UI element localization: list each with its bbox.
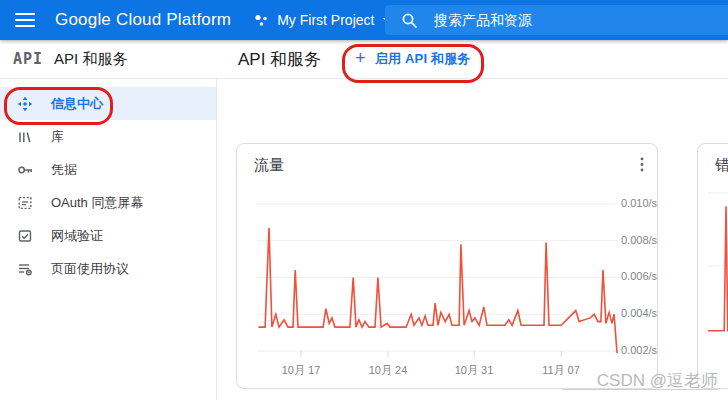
hamburger-menu-icon[interactable]: [15, 13, 35, 27]
page-usage-agreements-icon: [16, 260, 34, 278]
enable-api-button-label: 启用 API 和服务: [375, 50, 471, 68]
page-title: API 和服务: [238, 48, 321, 71]
errors-card: 错: [697, 143, 728, 389]
enable-api-button[interactable]: + 启用 API 和服务: [355, 40, 471, 78]
x-axis-tick: 11月 07: [531, 363, 591, 378]
sidebar-item-label: 凭据: [51, 161, 77, 179]
project-selector[interactable]: My First Project: [253, 12, 393, 28]
sidebar-item-label: 网域验证: [51, 227, 103, 245]
domain-verification-icon: [16, 227, 34, 245]
sidebar-section-title: API 和服务: [54, 50, 127, 69]
traffic-card-title: 流量: [254, 156, 284, 175]
x-axis-tick: 10月 24: [358, 363, 418, 378]
x-axis-tick: 10月 31: [444, 363, 504, 378]
project-icon: [253, 12, 269, 28]
y-axis-tick: 0.002/s: [621, 344, 661, 356]
api-logo: API: [13, 50, 43, 68]
sidebar-item-oauth-consent[interactable]: OAuth 同意屏幕: [0, 186, 216, 219]
library-icon: [16, 128, 34, 146]
search-icon: [401, 12, 418, 29]
search-bar[interactable]: [385, 5, 728, 35]
oauth-consent-icon: [16, 194, 34, 212]
kebab-menu-icon[interactable]: [638, 155, 646, 178]
top-app-bar: Google Cloud Platform My First Project: [0, 0, 728, 40]
y-axis-tick: 0.004/s: [621, 307, 661, 319]
errors-chart: [708, 189, 728, 359]
dashboard-icon: [16, 95, 34, 113]
plus-icon: +: [355, 48, 366, 69]
sidebar-header: API API 和服务: [0, 40, 216, 79]
sidebar-item-library[interactable]: 库: [0, 120, 216, 153]
sidebar-item-domain-verification[interactable]: 网域验证: [0, 219, 216, 252]
sidebar-item-label: 库: [51, 128, 64, 146]
sidebar-items: 信息中心 库: [0, 79, 216, 285]
sidebar: API API 和服务 信息中心: [0, 40, 217, 400]
errors-card-title: 错: [715, 156, 728, 175]
sidebar-item-label: 信息中心: [51, 95, 103, 113]
sidebar-item-label: 页面使用协议: [51, 260, 129, 278]
sidebar-item-page-usage-agreements[interactable]: 页面使用协议: [0, 252, 216, 285]
y-axis-tick: 0.010/s: [621, 197, 661, 209]
x-axis-tick: 10月 17: [271, 363, 331, 378]
sidebar-item-credentials[interactable]: 凭据: [0, 153, 216, 186]
y-axis-tick: 0.008/s: [621, 234, 661, 246]
key-icon: [16, 161, 34, 179]
traffic-card: 流量 0.010/s 0.008/s 0.006/s 0.004/s 0.002…: [236, 143, 658, 389]
search-input[interactable]: [432, 11, 696, 29]
project-name: My First Project: [277, 12, 374, 28]
sidebar-item-dashboard[interactable]: 信息中心: [0, 87, 216, 120]
main-header: API 和服务 + 启用 API 和服务: [216, 40, 728, 79]
product-logo[interactable]: Google Cloud Platform: [55, 10, 231, 30]
traffic-chart: [257, 194, 619, 360]
watermark: CSDN @逗老师: [597, 369, 718, 392]
y-axis-tick: 0.006/s: [621, 270, 661, 282]
sidebar-item-label: OAuth 同意屏幕: [51, 194, 143, 212]
